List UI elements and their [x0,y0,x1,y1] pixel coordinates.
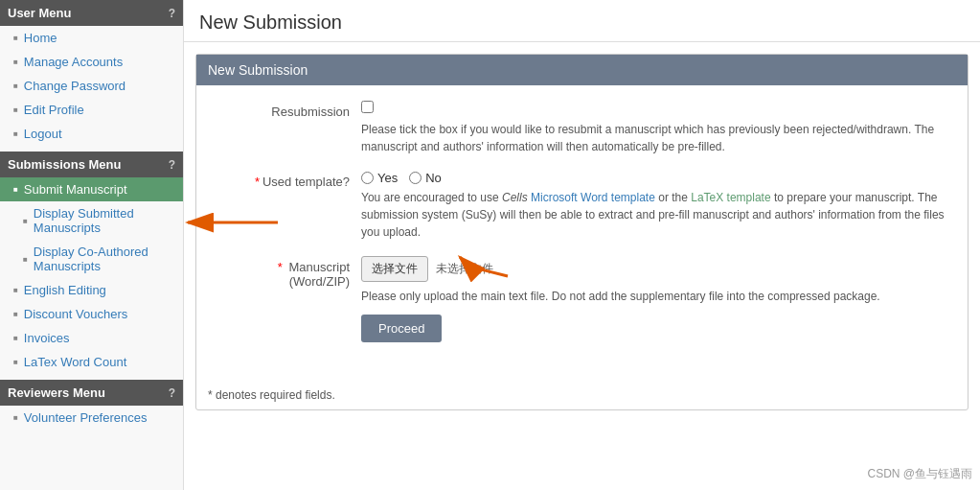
used-template-row: *Used template? Yes No You [208,171,956,241]
choose-file-button[interactable]: 选择文件 [361,256,428,282]
resubmission-content: Please tick the box if you would like to… [361,101,956,155]
sidebar-item-volunteer-preferences[interactable]: Volunteer Preferences [0,406,183,430]
submissions-menu-header[interactable]: Submissions Menu ? [0,152,183,177]
template-yes-option[interactable]: Yes [361,171,398,185]
main-content: New Submission New Submission Resubmissi… [184,0,980,490]
template-no-label: No [425,171,442,185]
sidebar-item-display-submitted[interactable]: Display Submitted Manuscripts [0,201,183,240]
reviewers-menu-help-icon[interactable]: ? [169,386,175,400]
resubmission-row: Resubmission Please tick the box if you … [208,101,956,155]
resubmission-description: Please tick the box if you would like to… [361,121,956,155]
sidebar-item-edit-profile[interactable]: Edit Profile [0,98,183,122]
proceed-button[interactable]: Proceed [361,315,442,342]
sidebar: User Menu ? Home Manage Accounts Change … [0,0,184,490]
sidebar-item-home[interactable]: Home [0,26,183,50]
watermark: CSDN @鱼与钰遇雨 [867,466,972,482]
manuscript-content: 选择文件 未选择文件 Please only upload the main t… [361,256,956,342]
page-title: New Submission [184,0,980,42]
latex-template-link[interactable]: LaTeX template [691,191,770,204]
template-radio-group: Yes No [361,171,956,185]
required-star-template: * [255,175,260,189]
sidebar-item-discount-vouchers[interactable]: Discount Vouchers [0,302,183,326]
panel-body: Resubmission Please tick the box if you … [196,85,968,373]
panel-header: New Submission [196,55,968,85]
used-template-label: *Used template? [208,171,361,189]
file-input-area: 选择文件 未选择文件 [361,256,956,282]
manuscript-label-text: Manuscript(Word/ZIP) [288,260,350,289]
sidebar-item-english-editing[interactable]: English Editing [0,278,183,302]
user-menu-help-icon[interactable]: ? [169,7,175,20]
file-name-display: 未选择文件 [436,261,493,277]
template-description: You are encouraged to use Cells Microsof… [361,189,956,241]
sidebar-item-latex-word-count[interactable]: LaTex Word Count [0,350,183,374]
journal-name: Cells [502,191,528,204]
user-menu-header[interactable]: User Menu ? [0,0,183,26]
required-note: * denotes required fields. [196,381,968,409]
reviewers-menu-label: Reviewers Menu [8,385,105,400]
resubmission-checkbox[interactable] [361,101,374,113]
or-text: or the [658,191,688,204]
template-no-option[interactable]: No [409,171,442,185]
resubmission-label: Resubmission [208,101,361,119]
manuscript-label: * Manuscript(Word/ZIP) [208,256,361,289]
submissions-menu-help-icon[interactable]: ? [169,158,175,172]
template-desc-prefix: You are encouraged to use [361,191,499,204]
manuscript-note: Please only upload the main text file. D… [361,288,956,305]
sidebar-item-display-co-authored[interactable]: Display Co-Authored Manuscripts [0,240,183,278]
sidebar-item-invoices[interactable]: Invoices [0,326,183,350]
used-template-content: Yes No You are encouraged to use Cells M… [361,171,956,241]
new-submission-panel: New Submission Resubmission Please tick … [195,54,969,410]
template-no-radio[interactable] [409,172,422,184]
submissions-menu-label: Submissions Menu [8,157,121,172]
sidebar-item-logout[interactable]: Logout [0,122,183,146]
manuscript-row: * Manuscript(Word/ZIP) 选择文件 未选择文件 Please… [208,256,956,342]
ms-word-template-link[interactable]: Microsoft Word template [531,191,655,204]
sidebar-item-submit-manuscript[interactable]: Submit Manuscript [0,177,183,201]
template-yes-radio[interactable] [361,172,374,184]
sidebar-item-manage-accounts[interactable]: Manage Accounts [0,50,183,74]
sidebar-item-change-password[interactable]: Change Password [0,74,183,98]
reviewers-menu-header[interactable]: Reviewers Menu ? [0,380,183,406]
user-menu-label: User Menu [8,6,71,20]
required-star-manuscript: * [278,260,283,274]
template-yes-label: Yes [377,171,398,185]
